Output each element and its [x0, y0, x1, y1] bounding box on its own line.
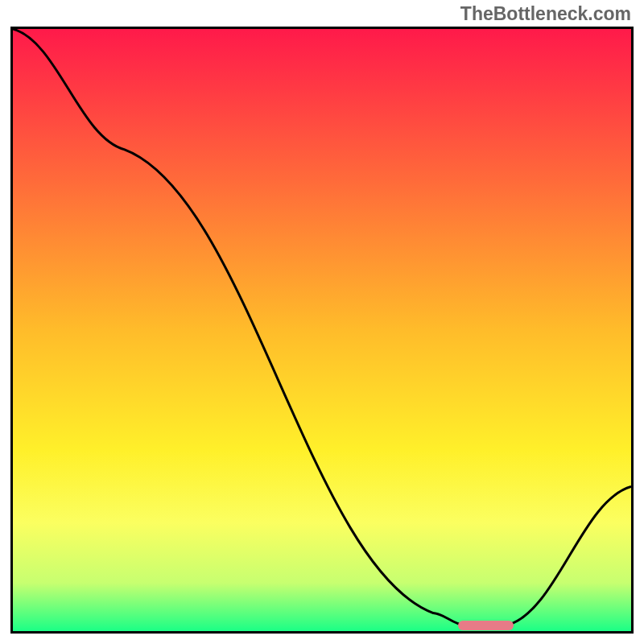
plot-frame: [10, 27, 634, 634]
watermark-text: TheBottleneck.com: [460, 3, 631, 25]
chart-container: TheBottleneck.com: [0, 0, 644, 644]
bottleneck-curve: [13, 29, 631, 625]
plot-area: [13, 29, 631, 631]
optimal-marker: [458, 621, 514, 630]
curve-layer: [13, 29, 631, 631]
